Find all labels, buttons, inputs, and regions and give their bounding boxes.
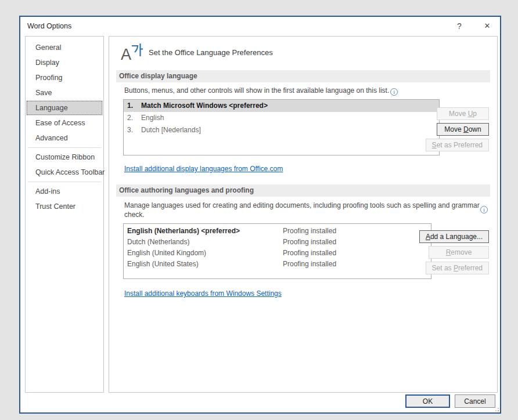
proofing-status: Proofing installed: [283, 259, 336, 270]
section-office-authoring-languages: Office authoring languages and proofing: [116, 184, 490, 197]
display-language-description: Buttons, menus, and other controls will …: [124, 86, 398, 96]
remove-button: Remove: [429, 246, 489, 259]
page-title: Set the Office Language Preferences: [149, 48, 273, 57]
proofing-status: Proofing installed: [283, 248, 336, 259]
svg-text:A: A: [121, 46, 131, 61]
sidebar-item-proofing[interactable]: Proofing: [26, 70, 103, 85]
titlebar: Word Options ? ✕: [20, 17, 500, 37]
display-language-list[interactable]: 1. Match Microsoft Windows <preferred> 2…: [123, 99, 440, 155]
info-icon[interactable]: i: [480, 206, 488, 213]
sidebar-item-customize-ribbon[interactable]: Customize Ribbon: [26, 150, 103, 165]
ok-button[interactable]: OK: [405, 394, 450, 408]
language-name: English (United States): [127, 259, 283, 270]
list-item-label: Match Microsoft Windows <preferred>: [141, 100, 268, 112]
close-icon[interactable]: ✕: [479, 19, 495, 33]
list-item[interactable]: English (United States) Proofing install…: [124, 259, 431, 270]
info-icon[interactable]: i: [390, 88, 398, 96]
list-item-label: English: [141, 112, 164, 124]
install-keyboards-link[interactable]: Install additional keyboards from Window…: [124, 289, 282, 298]
display-language-description-text: Buttons, menus, and other controls will …: [124, 86, 389, 95]
cancel-button[interactable]: Cancel: [455, 394, 495, 408]
word-options-dialog: Word Options ? ✕ General Display Proofin…: [19, 16, 501, 414]
language-preferences-icon: A: [121, 43, 143, 61]
authoring-description: Manage languages used for creating and e…: [124, 201, 483, 219]
sidebar-item-save[interactable]: Save: [26, 85, 103, 100]
list-item[interactable]: Dutch (Netherlands) Proofing installed: [124, 237, 431, 248]
list-item[interactable]: English (United Kingdom) Proofing instal…: [124, 248, 431, 259]
list-item[interactable]: 1. Match Microsoft Windows <preferred>: [124, 100, 439, 112]
help-icon[interactable]: ?: [451, 19, 467, 33]
set-as-preferred-button: Set as Preferred: [426, 139, 489, 151]
list-item-label: Dutch [Nederlands]: [141, 124, 201, 136]
sidebar-item-general[interactable]: General: [26, 40, 103, 55]
dialog-title: Word Options: [27, 22, 71, 30]
language-name: English (United Kingdom): [127, 248, 283, 259]
sidebar: General Display Proofing Save Language E…: [25, 36, 104, 393]
install-display-languages-link[interactable]: Install additional display languages fro…: [124, 165, 283, 173]
sidebar-divider: [28, 182, 101, 182]
authoring-language-list[interactable]: English (Netherlands) <preferred> Proofi…: [123, 223, 431, 279]
list-item[interactable]: English (Netherlands) <preferred> Proofi…: [124, 226, 431, 237]
set-as-preferred-button: Set as Preferred: [426, 262, 489, 274]
resize-grip[interactable]: [493, 405, 499, 412]
sidebar-item-ease-of-access[interactable]: Ease of Access: [26, 115, 103, 131]
language-settings-panel: A Set the Office Language Preferences Of…: [109, 36, 498, 393]
move-up-button: Move Up: [437, 107, 489, 120]
sidebar-divider: [28, 147, 101, 148]
move-down-button[interactable]: Move Down: [437, 123, 489, 136]
page-header: A Set the Office Language Preferences: [121, 41, 273, 63]
list-item-number: 1.: [127, 100, 141, 112]
authoring-language-buttons: Add a Language... Remove Set as Preferre…: [419, 230, 489, 277]
list-item-number: 2.: [127, 112, 141, 124]
add-language-button[interactable]: Add a Language...: [419, 230, 489, 243]
sidebar-item-quick-access-toolbar[interactable]: Quick Access Toolbar: [26, 165, 103, 180]
section-office-display-language: Office display language: [116, 70, 490, 82]
sidebar-item-display[interactable]: Display: [26, 55, 103, 70]
list-item[interactable]: 2. English: [124, 112, 439, 124]
sidebar-item-add-ins[interactable]: Add-ins: [26, 184, 103, 199]
list-item[interactable]: 3. Dutch [Nederlands]: [124, 124, 439, 136]
list-item-number: 3.: [127, 124, 141, 136]
sidebar-item-advanced[interactable]: Advanced: [26, 131, 103, 146]
sidebar-item-trust-center[interactable]: Trust Center: [26, 199, 103, 214]
language-name: English (Netherlands) <preferred>: [127, 226, 283, 237]
sidebar-item-language[interactable]: Language: [26, 100, 103, 115]
proofing-status: Proofing installed: [283, 226, 336, 237]
display-language-buttons: Move Up Move Down Set as Preferred: [426, 107, 489, 154]
language-name: Dutch (Netherlands): [127, 237, 283, 248]
proofing-status: Proofing installed: [283, 237, 336, 248]
